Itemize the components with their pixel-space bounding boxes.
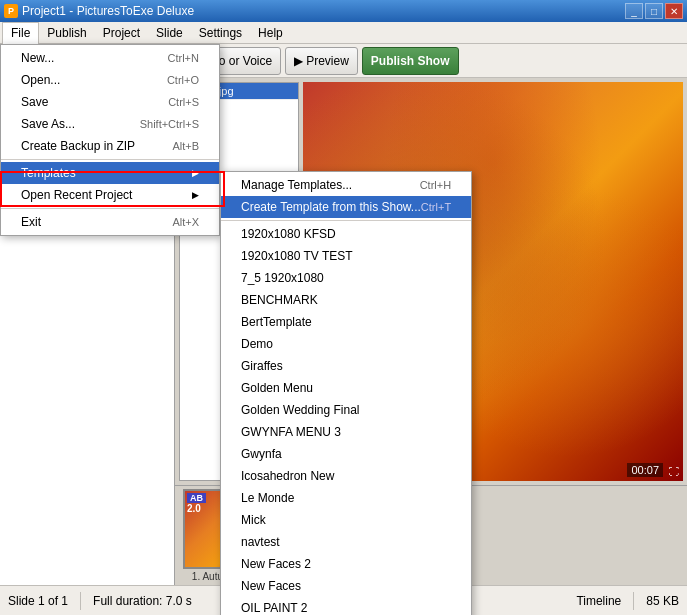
menu-settings[interactable]: Settings <box>191 22 250 44</box>
badge-value: 2.0 <box>187 503 201 514</box>
save-label: Save <box>21 95 48 109</box>
preview-btn[interactable]: ▶ Preview <box>285 47 358 75</box>
menu-sep-1 <box>1 159 219 160</box>
exit-shortcut: Alt+X <box>172 216 199 228</box>
close-button[interactable]: ✕ <box>665 3 683 19</box>
template-label: Icosahedron New <box>241 469 334 483</box>
publish-label: Publish Show <box>371 54 450 68</box>
status-duration: Full duration: 7.0 s <box>93 594 192 608</box>
submenu-sep <box>221 220 471 221</box>
templates-submenu-menu: Manage Templates... Ctrl+H Create Templa… <box>220 171 472 615</box>
template-new-faces[interactable]: New Faces <box>221 575 471 597</box>
manage-templates-item[interactable]: Manage Templates... Ctrl+H <box>221 174 471 196</box>
template-label: BertTemplate <box>241 315 312 329</box>
file-dropdown-menu: New... Ctrl+N Open... Ctrl+O Save Ctrl+S… <box>0 44 220 236</box>
status-timeline: Timeline <box>576 594 621 608</box>
status-slide: Slide 1 of 1 <box>8 594 68 608</box>
title-bar: P Project1 - PicturesToExe Deluxe _ □ ✕ <box>0 0 687 22</box>
open-label: Open... <box>21 73 60 87</box>
backup-shortcut: Alt+B <box>172 140 199 152</box>
template-75-1920[interactable]: 7_5 1920x1080 <box>221 267 471 289</box>
menu-project[interactable]: Project <box>95 22 148 44</box>
template-mick[interactable]: Mick <box>221 509 471 531</box>
menu-templates[interactable]: Templates <box>1 162 219 184</box>
manage-templates-shortcut: Ctrl+H <box>420 179 451 191</box>
menu-backup-zip[interactable]: Create Backup in ZIP Alt+B <box>1 135 219 157</box>
template-navtest[interactable]: navtest <box>221 531 471 553</box>
template-golden-menu[interactable]: Golden Menu <box>221 377 471 399</box>
template-label: New Faces <box>241 579 301 593</box>
exit-label: Exit <box>21 215 41 229</box>
save-as-label: Save As... <box>21 117 75 131</box>
template-giraffes[interactable]: Giraffes <box>221 355 471 377</box>
app-icon: P <box>4 4 18 18</box>
template-label: navtest <box>241 535 280 549</box>
manage-templates-label: Manage Templates... <box>241 178 352 192</box>
backup-label: Create Backup in ZIP <box>21 139 135 153</box>
menu-slide[interactable]: Slide <box>148 22 191 44</box>
template-new-faces-2[interactable]: New Faces 2 <box>221 553 471 575</box>
maximize-button[interactable]: □ <box>645 3 663 19</box>
menu-save[interactable]: Save Ctrl+S <box>1 91 219 113</box>
menu-file[interactable]: File <box>2 22 39 44</box>
new-label: New... <box>21 51 54 65</box>
timeline-label: Timeline <box>576 594 621 608</box>
slide-info: Slide 1 of 1 <box>8 594 68 608</box>
menu-recent[interactable]: Open Recent Project <box>1 184 219 206</box>
create-template-item[interactable]: Create Template from this Show... Ctrl+T <box>221 196 471 218</box>
menu-sep-2 <box>1 208 219 209</box>
template-golden-wedding[interactable]: Golden Wedding Final <box>221 399 471 421</box>
template-label: Golden Wedding Final <box>241 403 360 417</box>
template-label: 1920x1080 KFSD <box>241 227 336 241</box>
minimize-button[interactable]: _ <box>625 3 643 19</box>
new-shortcut: Ctrl+N <box>168 52 199 64</box>
template-le-monde[interactable]: Le Monde <box>221 487 471 509</box>
status-divider-2 <box>633 592 634 610</box>
template-label: OIL PAINT 2 <box>241 601 307 615</box>
publish-show-btn[interactable]: Publish Show <box>362 47 459 75</box>
template-oil-paint[interactable]: OIL PAINT 2 <box>221 597 471 615</box>
template-label: GWYNFA MENU 3 <box>241 425 341 439</box>
template-1920kfsd[interactable]: 1920x1080 KFSD <box>221 223 471 245</box>
template-label: Giraffes <box>241 359 283 373</box>
badge-ab: AB <box>187 493 206 503</box>
create-template-label: Create Template from this Show... <box>241 200 421 214</box>
timestamp: 00:07 <box>627 463 663 477</box>
template-label: Demo <box>241 337 273 351</box>
template-label: 7_5 1920x1080 <box>241 271 324 285</box>
menu-new[interactable]: New... Ctrl+N <box>1 47 219 69</box>
menu-exit[interactable]: Exit Alt+X <box>1 211 219 233</box>
template-label: BENCHMARK <box>241 293 318 307</box>
save-shortcut: Ctrl+S <box>168 96 199 108</box>
template-label: Mick <box>241 513 266 527</box>
window-title: Project1 - PicturesToExe Deluxe <box>22 4 194 18</box>
preview-icon: ▶ <box>294 54 303 68</box>
filesize-info: 85 KB <box>646 594 679 608</box>
file-menu-dropdown: New... Ctrl+N Open... Ctrl+O Save Ctrl+S… <box>0 44 220 236</box>
status-filesize: 85 KB <box>646 594 679 608</box>
template-gwynfa-menu3[interactable]: GWYNFA MENU 3 <box>221 421 471 443</box>
recent-label: Open Recent Project <box>21 188 132 202</box>
menu-bar: File Publish Project Slide Settings Help <box>0 22 687 44</box>
template-gwynfa[interactable]: Gwynfa <box>221 443 471 465</box>
template-label: Golden Menu <box>241 381 313 395</box>
template-label: Gwynfa <box>241 447 282 461</box>
template-label: 1920x1080 TV TEST <box>241 249 353 263</box>
preview-label: Preview <box>306 54 349 68</box>
template-1920tvtest[interactable]: 1920x1080 TV TEST <box>221 245 471 267</box>
duration-info: Full duration: 7.0 s <box>93 594 192 608</box>
open-shortcut: Ctrl+O <box>167 74 199 86</box>
menu-help[interactable]: Help <box>250 22 291 44</box>
template-demo[interactable]: Demo <box>221 333 471 355</box>
save-as-shortcut: Shift+Ctrl+S <box>140 118 199 130</box>
template-benchmark[interactable]: BENCHMARK <box>221 289 471 311</box>
create-template-shortcut: Ctrl+T <box>421 201 451 213</box>
menu-publish[interactable]: Publish <box>39 22 94 44</box>
template-icosahedron[interactable]: Icosahedron New <box>221 465 471 487</box>
menu-open[interactable]: Open... Ctrl+O <box>1 69 219 91</box>
template-bert[interactable]: BertTemplate <box>221 311 471 333</box>
template-label: New Faces 2 <box>241 557 311 571</box>
expand-icon[interactable]: ⛶ <box>669 466 679 477</box>
title-bar-left: P Project1 - PicturesToExe Deluxe <box>4 4 194 18</box>
menu-save-as[interactable]: Save As... Shift+Ctrl+S <box>1 113 219 135</box>
